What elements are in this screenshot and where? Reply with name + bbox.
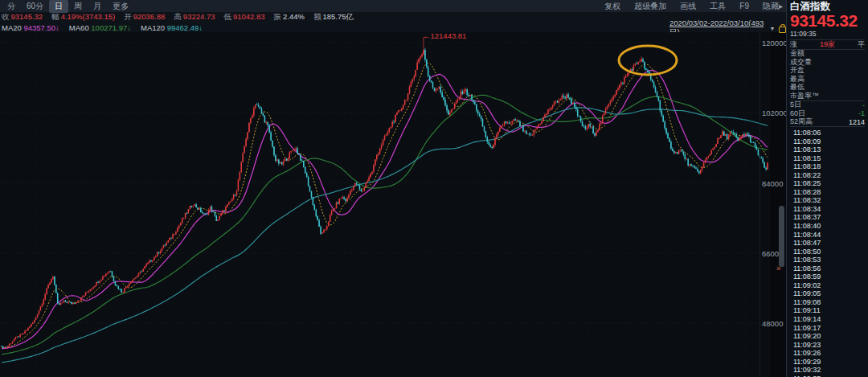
toolbar-item-2[interactable]: 画线	[680, 1, 696, 12]
toolbar-item-0[interactable]: 复权	[604, 1, 620, 12]
v-gridlines	[36, 32, 745, 377]
ma-line-MA10	[2, 64, 768, 347]
tab-period-周[interactable]: 周	[68, 0, 88, 13]
tab-period-日[interactable]: 日	[49, 0, 68, 13]
quote-field-label: 高	[174, 12, 182, 21]
quote-field-label: 额	[313, 12, 321, 21]
tick-time: 11:09:20	[793, 332, 865, 341]
row-value: 19家	[820, 39, 835, 50]
tick-time: 11:09:32	[793, 366, 865, 375]
quote-field-label: 振	[274, 12, 282, 21]
toolbar-item-5[interactable]: 隐藏▸	[763, 1, 783, 12]
tick-time: 11:09:29	[793, 358, 865, 367]
tick-time: 11:08:34	[793, 205, 865, 214]
ma-values-row: MA20 94357.50↓MA60 100271.97↓MA120 99462…	[0, 23, 786, 32]
tick-time: 11:08:56	[793, 264, 865, 273]
quote-field-value: 93224.73	[183, 12, 215, 21]
quote-field-value: 93145.32	[11, 12, 43, 21]
ma-number: 94357.50↓	[23, 23, 59, 32]
tab-period-月[interactable]: 月	[88, 0, 107, 13]
row-value: 1214	[849, 118, 865, 126]
ma-line-MA60	[2, 95, 768, 354]
tick-time: 11:08:50	[793, 248, 865, 256]
toolbar-right-items: 复权超级叠加画线工具F9隐藏▸	[604, 1, 783, 12]
tab-period-更多[interactable]: 更多	[107, 0, 134, 13]
tick-time: 11:09:26	[793, 349, 865, 358]
quote-field-value: 2.44%	[283, 12, 305, 21]
quote-field-1: 幅4.19%(3743.15)	[51, 12, 115, 23]
ma-value-MA120: MA120 99462.49↓	[141, 23, 203, 32]
quote-field-5: 振2.44%	[274, 12, 305, 23]
ma-value-MA60: MA60 100271.97↓	[69, 23, 131, 32]
breadth-row: 涨19家平	[790, 40, 865, 49]
quote-field-value: 4.19%(3743.15)	[61, 12, 116, 21]
ma-value-MA20: MA20 94357.50↓	[2, 23, 59, 32]
toolbar-item-1[interactable]: 超级叠加	[634, 1, 666, 12]
tick-time-list[interactable]: 11:08:0611:08:0911:08:1311:08:1511:08:18…	[790, 127, 865, 377]
row-label: 52周高	[790, 117, 813, 127]
period-change-section: 5日-60日-152周高1214	[790, 101, 865, 128]
toolbar-item-3[interactable]: 工具	[710, 1, 726, 12]
tick-time: 11:08:53	[793, 256, 865, 264]
axis-separator	[760, 32, 760, 377]
tick-time: 11:08:28	[793, 188, 865, 197]
quote-field-4: 低91042.83	[223, 12, 264, 23]
tick-time: 11:09:05	[793, 289, 865, 298]
tick-time: 11:08:06	[793, 129, 865, 137]
range-row-52周高: 52周高1214	[790, 118, 865, 127]
peak-price-annotation: ←121443.81	[423, 32, 466, 40]
tick-time: 11:09:08	[793, 298, 865, 307]
ma-line-MA20	[2, 71, 768, 349]
ma-number: 99462.49↓	[167, 23, 203, 32]
quote-field-6: 额185.75亿	[313, 12, 354, 23]
quote-field-label: 低	[223, 12, 231, 21]
period-tabs-row: 分60分日周月更多 复权超级叠加画线工具F9隐藏▸	[0, 0, 786, 12]
tick-time: 11:08:09	[793, 137, 865, 146]
tick-time: 11:08:44	[793, 231, 865, 240]
ma-label: MA20	[2, 23, 23, 32]
candlestick-chart-area[interactable]: ←121443.81 120000102000840006600048000	[0, 32, 770, 377]
quote-field-value: 185.75亿	[323, 12, 354, 21]
tick-time: 11:09:11	[793, 306, 865, 315]
stat-row-市盈率™: 市盈率™	[790, 92, 865, 100]
tick-time: 11:09:17	[793, 324, 865, 333]
ma-line-MA120	[2, 108, 768, 363]
candlestick-chart[interactable]: ←121443.81	[0, 32, 770, 377]
tick-time: 11:08:22	[793, 171, 865, 180]
tab-period-60分[interactable]: 60分	[21, 0, 49, 13]
down-candle-bodies	[2, 50, 766, 348]
y-axis-tick: 84000	[762, 179, 783, 188]
expand-panel-icon[interactable]: »	[776, 264, 781, 273]
quote-stats-section: 金额成交量开盘最高最低市盈率™	[790, 50, 865, 101]
ma-label: MA120	[141, 23, 167, 32]
y-axis-tick: 120000	[762, 39, 788, 47]
unlock-icon[interactable]	[779, 27, 786, 33]
top-toolbar: 分60分日周月更多 复权超级叠加画线工具F9隐藏▸ 收93145.32幅4.19…	[0, 0, 786, 32]
chevron-down-icon: ▼	[770, 26, 776, 31]
row-extra-label: 平	[858, 39, 865, 50]
tick-time: 11:08:37	[793, 213, 865, 222]
tick-time: 11:09:14	[793, 315, 865, 324]
up-candle-wicks	[5, 37, 768, 349]
tick-time: 11:08:25	[793, 179, 865, 188]
tick-time: 11:09:02	[793, 281, 865, 290]
quote-summary-row: 收93145.32幅4.19%(3743.15)开92036.88高93224.…	[0, 12, 786, 23]
tick-time: 11:08:47	[793, 239, 865, 248]
down-candle-wicks	[2, 48, 766, 349]
tick-time: 11:08:13	[793, 145, 865, 154]
tab-period-分[interactable]: 分	[2, 0, 21, 13]
toolbar-item-4[interactable]: F9	[739, 2, 749, 10]
tick-time: 11:08:15	[793, 154, 865, 163]
quote-field-0: 收93145.32	[2, 12, 43, 23]
quote-field-label: 开	[124, 12, 132, 21]
last-price: 93145.32	[790, 12, 865, 30]
y-axis-tick: 102000	[762, 109, 788, 117]
period-tabs: 分60分日周月更多	[2, 0, 134, 13]
ma-label: MA60	[69, 23, 91, 32]
tick-time: 11:08:40	[793, 222, 865, 231]
quote-field-value: 92036.88	[133, 12, 166, 21]
panel-resize-handle[interactable]	[779, 206, 784, 267]
quote-panel: 白酒指数 93145.32 11:09:35 涨19家平 金额成交量开盘最高最低…	[786, 0, 868, 377]
y-axis-tick: 48000	[762, 319, 783, 328]
quote-field-label: 幅	[51, 12, 59, 21]
